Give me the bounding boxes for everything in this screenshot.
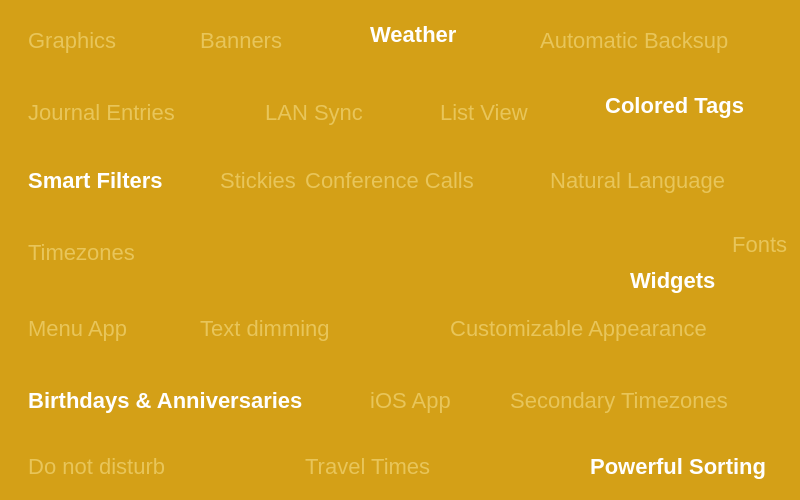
feature-tag: Stickies (220, 168, 296, 194)
feature-tag: Journal Entries (28, 100, 175, 126)
feature-tag: Conference Calls (305, 168, 474, 194)
feature-tag: Weather (370, 22, 456, 48)
feature-tag: Secondary Timezones (510, 388, 728, 414)
feature-tag: Fonts (732, 232, 787, 258)
feature-tag: Natural Language (550, 168, 725, 194)
feature-tag: Automatic Backsup (540, 28, 728, 54)
feature-tag: Birthdays & Anniversaries (28, 388, 302, 414)
feature-tag: Timezones (28, 240, 135, 266)
feature-tag: Colored Tags (605, 93, 744, 119)
feature-tag: iOS App (370, 388, 451, 414)
feature-tag: Smart Filters (28, 168, 163, 194)
feature-tag: LAN Sync (265, 100, 363, 126)
tag-cloud: GraphicsBannersWeatherAutomatic BacksupJ… (0, 0, 800, 500)
feature-tag: List View (440, 100, 528, 126)
feature-tag: Travel Times (305, 454, 430, 480)
feature-tag: Widgets (630, 268, 715, 294)
feature-tag: Banners (200, 28, 282, 54)
feature-tag: Customizable Appearance (450, 316, 707, 342)
feature-tag: Powerful Sorting (590, 454, 766, 480)
feature-tag: Text dimming (200, 316, 330, 342)
feature-tag: Graphics (28, 28, 116, 54)
feature-tag: Menu App (28, 316, 127, 342)
feature-tag: Do not disturb (28, 454, 165, 480)
